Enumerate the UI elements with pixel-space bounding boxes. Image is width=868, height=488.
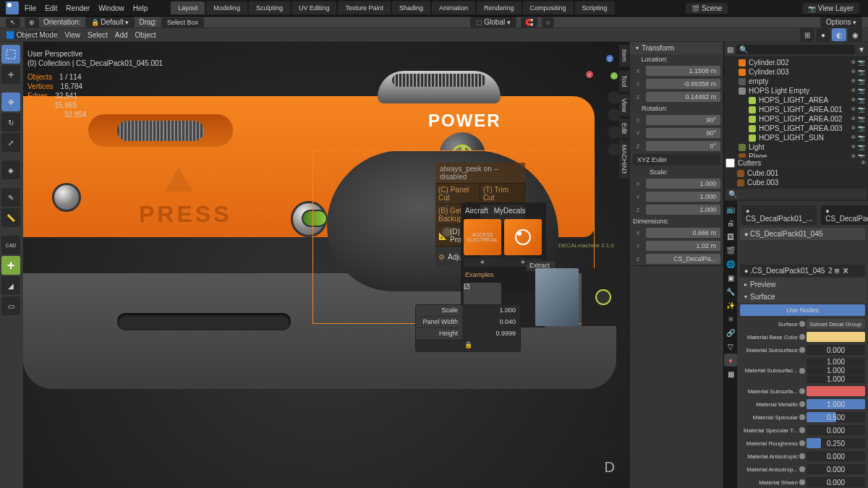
cad-tool[interactable]: CAD [1, 236, 20, 254]
tree-item[interactable]: HOPS_LIGHT_AREA👁 📷 [726, 95, 867, 105]
move-tool[interactable]: ✥ [1, 93, 20, 111]
world-tab-icon[interactable]: 🌐 [724, 257, 737, 270]
bevel-tool[interactable]: ◢ [1, 276, 20, 295]
box-tool[interactable]: ▭ [1, 296, 20, 315]
material-name-field[interactable]: ● CS_DecalPack01_045 [740, 228, 865, 240]
header-view[interactable]: View [64, 31, 80, 39]
drag-dropdown[interactable]: Select Box [161, 17, 204, 27]
socket-icon[interactable] [799, 479, 805, 485]
mat-slot-tab[interactable]: ● CS_DecalPack... [821, 205, 868, 225]
use-nodes-button[interactable]: Use Nodes [740, 304, 865, 316]
output-tab-icon[interactable]: 🖨 [724, 216, 737, 229]
value-slider[interactable]: 0.000 [807, 345, 865, 355]
modifier-tab-icon[interactable]: 🔧 [724, 285, 737, 298]
preview-thumb[interactable] [582, 268, 625, 326]
workspace-tab[interactable]: Animation [432, 1, 475, 14]
value-slider[interactable]: 1.000 [807, 375, 865, 383]
nav-gizmo[interactable]: Z X Y [584, 51, 619, 85]
socket-icon[interactable] [799, 440, 805, 446]
cursor-tool[interactable]: ✛ [1, 65, 20, 84]
rot-x-input[interactable]: 90° [646, 115, 720, 125]
visibility-toggles[interactable]: 👁 📷 [851, 97, 865, 103]
socket-icon[interactable] [799, 453, 805, 459]
workspace-tab[interactable]: UV Editing [292, 1, 337, 14]
header-object[interactable]: Object [135, 31, 156, 39]
visibility-toggles[interactable]: 👁 📷 [851, 69, 865, 75]
color-swatch[interactable] [807, 386, 865, 396]
color-swatch[interactable] [807, 332, 865, 342]
socket-icon[interactable] [799, 368, 805, 374]
tree-item[interactable]: HOPS_LIGHT_AREA.002👁 📷 [726, 114, 867, 124]
workspace-tab[interactable]: Scripting [575, 1, 615, 14]
workspace-tab[interactable]: Compositing [523, 1, 574, 14]
outliner-tree[interactable]: Cylinder.002👁 📷Cylinder.003👁 📷empty👁 📷HO… [724, 56, 868, 158]
mesh-tab-icon[interactable]: ▽ [724, 340, 737, 353]
scene-tab-icon[interactable]: 🎬 [724, 244, 737, 257]
texture-tab-icon[interactable]: ▦ [724, 367, 737, 380]
scale-tool[interactable]: ⤢ [1, 133, 20, 152]
socket-icon[interactable] [799, 427, 805, 433]
socket-icon[interactable] [799, 334, 805, 340]
socket-icon[interactable] [799, 388, 805, 394]
value-slider[interactable]: 0.000 [807, 451, 865, 461]
rotate-tool[interactable]: ↻ [1, 113, 20, 132]
outliner-search-2[interactable]: 🔍 [726, 189, 867, 200]
value-slider[interactable]: 0.250 [807, 438, 865, 448]
tree-item[interactable]: Cylinder.002👁 📷 [726, 58, 867, 67]
shading-wireframe-icon[interactable]: ⊞ [800, 28, 814, 41]
options-dropdown[interactable]: Options ▾ [820, 17, 862, 27]
preview-thumb[interactable] [535, 268, 579, 326]
visibility-toggles[interactable]: 👁 📷 [851, 144, 865, 150]
visibility-toggles[interactable]: 👁 📷 [851, 87, 865, 94]
proportional-edit[interactable]: ○ [542, 17, 554, 27]
shading-solid-icon[interactable]: ● [816, 28, 830, 41]
rot-y-input[interactable]: 90° [646, 128, 720, 138]
value-slider[interactable]: 1.000 [807, 358, 865, 366]
visibility-toggles[interactable]: 👁 📷 [851, 125, 865, 132]
surface-header[interactable]: Surface [739, 291, 867, 303]
menu-help[interactable]: Help [133, 4, 148, 12]
snap-icon[interactable]: ⊕ [25, 17, 39, 27]
rot-z-input[interactable]: 0° [646, 141, 720, 151]
socket-icon[interactable] [799, 401, 805, 407]
lock-icon[interactable]: 🔒 [416, 340, 520, 351]
tree-item[interactable]: Cylinder.003👁 📷 [726, 67, 867, 77]
loc-y-input[interactable]: -0.99358 m [646, 79, 720, 89]
visibility-toggles[interactable]: 👁 📷 [851, 134, 865, 141]
n-panel-tab-machin3[interactable]: MACHIN3 [619, 140, 629, 179]
n-panel-tab-edit[interactable]: Edit [619, 119, 629, 139]
3d-viewport[interactable]: PRESS POWER User Perspective (0) Collect… [23, 42, 629, 488]
orientation-dropdown[interactable]: 🔒 Default ▾ [85, 17, 135, 27]
rotation-mode-dropdown[interactable]: XYZ Euler [633, 154, 720, 166]
workspace-tab[interactable]: Sculpting [249, 1, 290, 14]
workspace-tab[interactable]: Shading [392, 1, 430, 14]
transform-header[interactable]: Transform [630, 42, 723, 54]
decal-thumbnail[interactable] [504, 219, 542, 255]
panel-cut-button[interactable]: (C) Panel Cut [435, 184, 480, 204]
scale-x-input[interactable]: 1.000 [646, 179, 720, 189]
render-tab-icon[interactable]: 📺 [724, 202, 737, 215]
y-axis-icon[interactable]: Y [610, 72, 618, 80]
workspace-tab[interactable]: Rendering [477, 1, 522, 14]
material-tab-icon[interactable]: ● [724, 354, 737, 367]
z-axis-icon[interactable]: Z [606, 55, 613, 62]
tree-item[interactable]: HOPS_LIGHT_AREA.003👁 📷 [726, 124, 867, 133]
workspace-tab[interactable]: Modeling [206, 1, 247, 14]
loc-z-input[interactable]: 0.14482 m [646, 92, 720, 102]
outliner-search[interactable]: 🔍 [736, 45, 855, 54]
height-input[interactable]: 0.9999 [462, 328, 520, 339]
decal-tab-mydecals[interactable]: MyDecals [494, 207, 526, 215]
transform-tool[interactable]: ◈ [1, 160, 20, 179]
value-slider[interactable]: 1.000 [807, 367, 865, 374]
tree-item[interactable]: empty👁 📷 [726, 77, 867, 86]
tree-item[interactable]: HOPS_LIGHT_SUN👁 📷 [726, 133, 867, 142]
n-panel-tab-tool[interactable]: Tool [619, 71, 629, 92]
viewlayer-tab-icon[interactable]: 🖼 [724, 230, 737, 243]
menu-edit[interactable]: Edit [45, 4, 57, 12]
scale-input[interactable]: 1.000 [462, 305, 520, 316]
decal-thumbnail[interactable]: ACCESS ELECTRICAL [464, 219, 501, 255]
socket-icon[interactable] [799, 414, 805, 420]
visibility-toggles[interactable]: 👁 📷 [851, 116, 865, 122]
loc-x-input[interactable]: 1.1508 m [646, 66, 720, 76]
blender-logo-icon[interactable] [6, 1, 19, 14]
